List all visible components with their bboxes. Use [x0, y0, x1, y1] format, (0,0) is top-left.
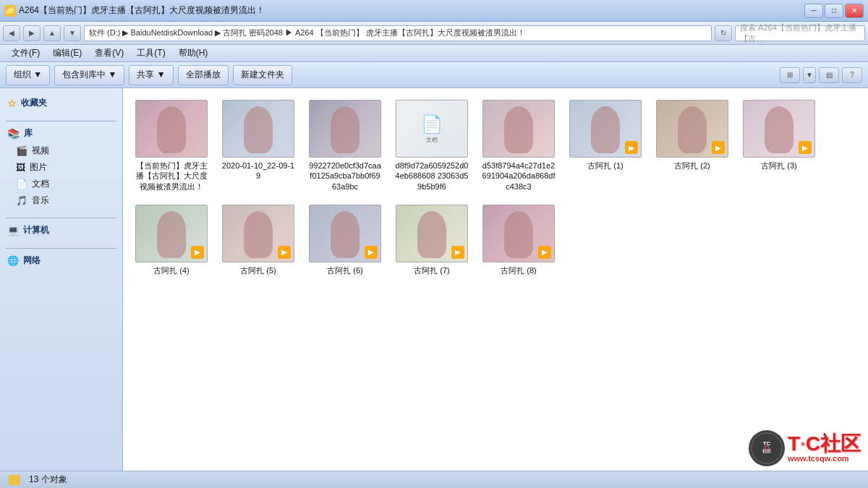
computer-icon: 💻 [7, 225, 19, 236]
help-button[interactable]: ? [842, 67, 862, 83]
title-bar-left: 📁 A264【当前热门】虎牙主播【古阿扎】大尺度视频被渣男流出！ [4, 4, 265, 17]
file-label: 古阿扎 (2) [674, 160, 710, 171]
file-item[interactable]: ▶古阿扎 (3) [739, 97, 819, 194]
file-item[interactable]: ▶古阿扎 (4) [132, 202, 211, 278]
new-folder-button[interactable]: 新建文件夹 [233, 65, 292, 85]
menu-tools[interactable]: 工具(T) [131, 46, 171, 61]
sidebar-item-music[interactable]: 🎵 音乐 [0, 192, 122, 209]
forward-button[interactable]: ▶ [23, 25, 41, 41]
play-button[interactable]: ▶ [625, 141, 638, 154]
divider-2 [6, 218, 116, 218]
status-count: 13 个对象 [29, 474, 67, 486]
share-button[interactable]: 共享 ▼ [129, 65, 173, 85]
file-thumbnail [222, 100, 294, 158]
file-thumbnail: 📄文档 [396, 100, 468, 158]
file-item[interactable]: ▶古阿扎 (8) [479, 202, 558, 278]
search-box[interactable]: 搜索 A264【当前热门】虎牙主播【古... [735, 25, 865, 41]
file-thumbnail: ▶ [569, 100, 642, 158]
play-button[interactable]: ▶ [538, 246, 551, 259]
close-button[interactable]: ✕ [845, 4, 864, 18]
file-label: d8f9d72a6059252d04eb688608 23063d59b5b9f… [395, 160, 469, 192]
address-path[interactable]: 软件 (D:) ▶ BaiduNetdiskDownload ▶ 古阿扎 密码2… [84, 25, 712, 41]
favorites-header[interactable]: ☆ 收藏夹 [0, 94, 122, 112]
watermark-text: T·C社区 www.tcsqw.com [788, 434, 861, 463]
title-bar: 📁 A264【当前热门】虎牙主播【古阿扎】大尺度视频被渣男流出！ ─ □ ✕ [0, 0, 868, 22]
file-item[interactable]: ▶古阿扎 (5) [218, 202, 298, 278]
file-item[interactable]: ▶古阿扎 (7) [392, 202, 472, 278]
sidebar-item-pictures[interactable]: 🖼 图片 [0, 159, 122, 176]
library-header[interactable]: 📚 库 [0, 124, 122, 142]
file-item[interactable]: ▶古阿扎 (2) [652, 97, 732, 194]
play-all-button[interactable]: 全部播放 [178, 65, 229, 85]
sidebar-item-documents-label: 文档 [32, 178, 49, 190]
watermark-tc: T·C社区 [788, 434, 861, 454]
menu-edit[interactable]: 编辑(E) [47, 46, 88, 61]
app-icon: 📁 [4, 5, 16, 17]
up-button[interactable]: ▲ [43, 25, 61, 41]
view-dropdown-button[interactable]: ▼ [803, 67, 816, 83]
figure-silhouette [157, 211, 186, 258]
file-thumbnail: ▶ [743, 100, 815, 158]
library-section: 📚 库 🎬 视频 🖼 图片 📄 文档 🎵 音乐 [0, 124, 122, 209]
sidebar-item-video[interactable]: 🎬 视频 [0, 142, 122, 159]
figure-silhouette [504, 211, 533, 258]
window-title: A264【当前热门】虎牙主播【古阿扎】大尺度视频被渣男流出！ [19, 4, 265, 17]
play-button[interactable]: ▶ [365, 246, 378, 259]
menu-view[interactable]: 查看(V) [89, 46, 129, 61]
include-button[interactable]: 包含到库中 ▼ [54, 65, 124, 85]
file-label: 古阿扎 (7) [414, 265, 450, 275]
file-thumbnail: ▶ [656, 100, 728, 158]
pane-button[interactable]: ▤ [819, 67, 839, 83]
watermark-url: www.tcsqw.com [788, 454, 861, 463]
file-label: 古阿扎 (5) [240, 265, 276, 275]
file-item[interactable]: 2020-01-10_22-09-19 [218, 97, 298, 194]
figure-silhouette [331, 106, 359, 153]
play-button[interactable]: ▶ [451, 246, 464, 259]
file-item[interactable]: 9922720e0cf3d7caaf0125a9cba7bb0f6963a9bc [305, 97, 385, 194]
play-button[interactable]: ▶ [278, 246, 291, 259]
menu-help[interactable]: 帮助(H) [173, 46, 214, 61]
play-button[interactable]: ▶ [712, 141, 725, 154]
menu-file[interactable]: 文件(F) [6, 46, 46, 61]
figure-silhouette [765, 106, 793, 153]
play-button[interactable]: ▶ [799, 141, 812, 154]
refresh-button[interactable]: ↻ [715, 25, 732, 41]
file-thumbnail: ▶ [482, 205, 555, 262]
file-item[interactable]: ▶古阿扎 (6) [305, 202, 385, 278]
file-thumbnail [482, 100, 555, 158]
file-label: 古阿扎 (1) [587, 160, 624, 171]
minimize-button[interactable]: ─ [804, 4, 823, 18]
content-area: 【当前热门】虎牙主播【古阿扎】大尺度视频被渣男流出！2020-01-10_22-… [123, 88, 868, 471]
view-toggle-button[interactable]: ⊞ [780, 67, 800, 83]
maximize-button[interactable]: □ [825, 4, 843, 18]
computer-label: 计算机 [23, 224, 49, 236]
figure-silhouette [331, 211, 359, 258]
library-icon: 📚 [7, 128, 20, 140]
file-item[interactable]: 📄文档d8f9d72a6059252d04eb688608 23063d59b5… [392, 97, 472, 194]
recent-button[interactable]: ▼ [64, 25, 81, 41]
music-icon: 🎵 [16, 195, 27, 206]
search-placeholder: 搜索 A264【当前热门】虎牙主播【古... [740, 22, 860, 44]
favorites-label: 收藏夹 [21, 97, 47, 109]
file-thumbnail [135, 100, 208, 158]
file-thumbnail: ▶ [135, 205, 208, 262]
file-item[interactable]: 【当前热门】虎牙主播【古阿扎】大尺度视频被渣男流出！ [132, 97, 211, 194]
status-folder-icon [9, 475, 20, 485]
computer-header[interactable]: 💻 计算机 [0, 221, 122, 239]
back-button[interactable]: ◀ [3, 25, 20, 41]
play-button[interactable]: ▶ [191, 246, 204, 259]
organize-button[interactable]: 组织 ▼ [6, 65, 50, 85]
picture-icon: 🖼 [16, 162, 25, 173]
figure-silhouette [678, 106, 707, 153]
file-thumbnail: ▶ [396, 205, 468, 262]
file-thumbnail: ▶ [222, 205, 294, 262]
file-label: 2020-01-10_22-09-19 [221, 160, 295, 181]
figure-silhouette [244, 106, 273, 153]
status-bar: 13 个对象 [0, 471, 868, 488]
file-item[interactable]: ▶古阿扎 (1) [566, 97, 645, 194]
sidebar-item-documents[interactable]: 📄 文档 [0, 176, 122, 192]
svg-point-0 [752, 433, 782, 463]
network-header[interactable]: 🌐 网络 [0, 252, 122, 270]
sidebar-item-pictures-label: 图片 [30, 161, 47, 174]
file-item[interactable]: d53f8794a4c27d1e2691904a206da868dfc438c3 [479, 97, 558, 194]
